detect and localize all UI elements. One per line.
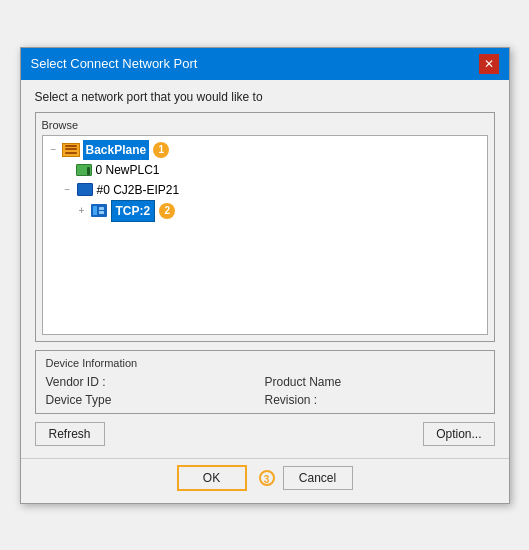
backplane-icon <box>62 142 80 158</box>
dialog-title: Select Connect Network Port <box>31 56 198 71</box>
title-bar: Select Connect Network Port ✕ <box>21 48 509 80</box>
newplc1-label: 0 NewPLC1 <box>96 160 160 180</box>
backplane-badge: 1 <box>153 142 169 158</box>
svg-rect-3 <box>99 211 104 214</box>
tree-item-cj2b[interactable]: − #0 CJ2B-EIP21 <box>47 180 483 200</box>
ok-button[interactable]: OK <box>177 465 247 491</box>
dialog-body: Select a network port that you would lik… <box>21 80 509 414</box>
device-type-key: Device Type <box>46 393 265 407</box>
bottom-button-row: OK 3 Cancel <box>21 458 509 503</box>
browse-label: Browse <box>42 119 488 131</box>
cancel-button[interactable]: Cancel <box>283 466 353 490</box>
close-button[interactable]: ✕ <box>479 54 499 74</box>
plc-icon <box>75 162 93 178</box>
svg-rect-1 <box>93 206 97 215</box>
expander-cj2b[interactable]: − <box>61 180 75 200</box>
middle-button-row: Refresh Option... <box>21 414 509 452</box>
dialog: Select Connect Network Port ✕ Select a n… <box>20 47 510 504</box>
browse-group: Browse − BackPlane 1 <box>35 112 495 342</box>
svg-rect-2 <box>99 207 104 210</box>
refresh-button[interactable]: Refresh <box>35 422 105 446</box>
product-name-key: Product Name <box>265 375 484 389</box>
cj2b-label: #0 CJ2B-EIP21 <box>97 180 180 200</box>
expander-backplane[interactable]: − <box>47 140 61 160</box>
tcp2-badge: 2 <box>159 203 175 219</box>
tcp2-label: TCP:2 <box>111 200 156 222</box>
tcp-icon <box>90 203 108 219</box>
vendor-id-key: Vendor ID : <box>46 375 265 389</box>
expander-tcp2[interactable]: + <box>75 201 89 221</box>
option-button[interactable]: Option... <box>423 422 494 446</box>
expander-newplc1 <box>61 160 75 180</box>
cj2b-icon <box>76 182 94 198</box>
tree-item-backplane[interactable]: − BackPlane 1 <box>47 140 483 160</box>
device-info-label: Device Information <box>46 357 484 369</box>
subtitle: Select a network port that you would lik… <box>35 90 495 104</box>
ok-badge: 3 <box>259 470 275 486</box>
tree-item-newplc1[interactable]: 0 NewPLC1 <box>47 160 483 180</box>
revision-key: Revision : <box>265 393 484 407</box>
tree-item-tcp2[interactable]: + TCP:2 2 <box>47 200 483 222</box>
device-info-grid: Vendor ID : Product Name Device Type Rev… <box>46 375 484 407</box>
backplane-label: BackPlane <box>83 140 150 160</box>
device-info-group: Device Information Vendor ID : Product N… <box>35 350 495 414</box>
tree-area[interactable]: − BackPlane 1 <box>42 135 488 335</box>
